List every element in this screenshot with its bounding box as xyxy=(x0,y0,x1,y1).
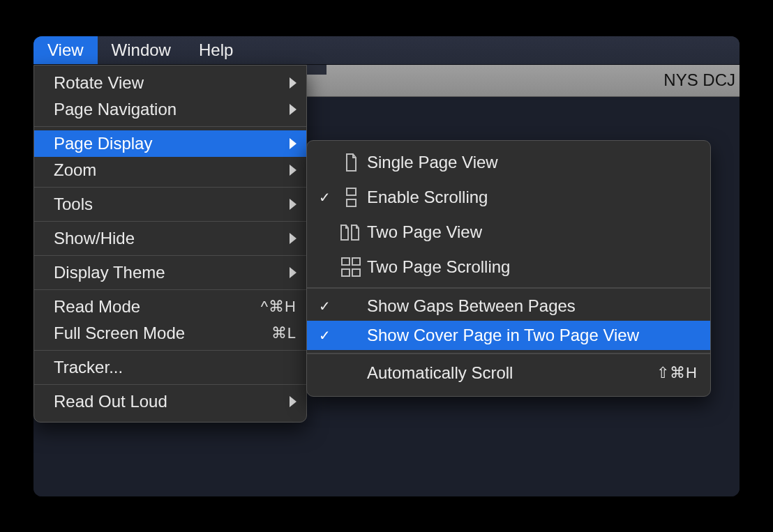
submenu-arrow-icon xyxy=(290,138,297,149)
menu-item-label: Tools xyxy=(54,195,93,214)
submenu-shortcut: ⇧⌘H xyxy=(656,364,698,382)
menu-separator xyxy=(34,126,306,127)
view-menu-panel: Rotate View Page Navigation Page Display… xyxy=(33,65,307,423)
menu-item-tracker[interactable]: Tracker... xyxy=(34,354,306,381)
menu-item-label: Full Screen Mode xyxy=(54,324,185,343)
menu-window[interactable]: Window xyxy=(98,36,185,64)
submenu-item-label: Enable Scrolling xyxy=(367,188,488,207)
menu-separator xyxy=(34,289,306,290)
submenu-item-enable-scrolling[interactable]: ✓ Enable Scrolling xyxy=(307,180,710,215)
menu-item-label: Page Display xyxy=(54,134,152,153)
menu-item-display-theme[interactable]: Display Theme xyxy=(34,259,306,286)
submenu-arrow-icon xyxy=(290,396,297,407)
submenu-item-two-page-view[interactable]: Two Page View xyxy=(307,215,710,250)
menu-item-label: Page Navigation xyxy=(54,100,177,119)
submenu-separator xyxy=(307,287,710,289)
submenu-arrow-icon xyxy=(290,267,297,278)
submenu-item-label: Automatically Scroll xyxy=(367,363,513,383)
submenu-item-label: Two Page View xyxy=(367,222,482,242)
checkmark-icon: ✓ xyxy=(314,327,335,344)
submenu-arrow-icon xyxy=(290,199,297,210)
submenu-arrow-icon xyxy=(290,165,297,176)
submenu-item-auto-scroll[interactable]: Automatically Scroll ⇧⌘H xyxy=(307,357,710,389)
menu-item-label: Tracker... xyxy=(54,358,123,377)
app-window: NYS DCJ View Window Help Rotate View Pag… xyxy=(33,36,740,496)
menu-item-label: Read Mode xyxy=(54,297,140,317)
submenu-arrow-icon xyxy=(290,77,297,89)
submenu-item-single-page-view[interactable]: Single Page View xyxy=(307,145,710,180)
checkmark-icon: ✓ xyxy=(314,189,335,206)
menu-separator xyxy=(34,384,306,385)
menu-item-page-navigation[interactable]: Page Navigation xyxy=(34,96,306,123)
page-display-submenu-panel: Single Page View ✓ Enable Scrolling Two … xyxy=(306,140,711,397)
submenu-arrow-icon xyxy=(290,104,297,115)
menu-item-read-mode[interactable]: Read Mode ^⌘H xyxy=(34,294,306,320)
menu-separator xyxy=(34,187,306,188)
menu-view[interactable]: View xyxy=(33,36,98,64)
two-page-icon xyxy=(335,222,367,243)
menu-item-label: Zoom xyxy=(54,160,96,180)
submenu-item-label: Show Gaps Between Pages xyxy=(367,296,576,316)
submenu-arrow-icon xyxy=(290,233,297,244)
menu-item-show-hide[interactable]: Show/Hide xyxy=(34,225,306,252)
menu-separator xyxy=(34,350,306,351)
menu-item-label: Show/Hide xyxy=(54,229,135,248)
document-titlebar: NYS DCJ xyxy=(306,65,740,97)
menu-item-page-display[interactable]: Page Display xyxy=(34,130,306,157)
submenu-item-show-gaps[interactable]: ✓ Show Gaps Between Pages xyxy=(307,291,710,321)
menu-item-label: Rotate View xyxy=(54,73,144,93)
menu-shortcut: ⌘L xyxy=(271,324,297,342)
submenu-item-label: Two Page Scrolling xyxy=(367,257,510,277)
menu-separator xyxy=(34,255,306,256)
submenu-item-label: Single Page View xyxy=(367,153,498,172)
menu-shortcut: ^⌘H xyxy=(261,298,297,316)
menu-help[interactable]: Help xyxy=(185,36,247,64)
menu-separator xyxy=(34,221,306,222)
submenu-item-label: Show Cover Page in Two Page View xyxy=(367,326,639,345)
menu-item-zoom[interactable]: Zoom xyxy=(34,157,306,183)
menu-item-read-out-loud[interactable]: Read Out Loud xyxy=(34,388,306,415)
menu-item-label: Read Out Loud xyxy=(54,392,167,411)
checkmark-icon: ✓ xyxy=(314,298,335,314)
menu-item-label: Display Theme xyxy=(54,263,165,282)
submenu-separator xyxy=(307,353,710,354)
submenu-item-two-page-scrolling[interactable]: Two Page Scrolling xyxy=(307,250,710,284)
menu-item-tools[interactable]: Tools xyxy=(34,191,306,218)
menubar: View Window Help xyxy=(33,36,740,65)
single-page-icon xyxy=(335,152,367,173)
menu-item-full-screen-mode[interactable]: Full Screen Mode ⌘L xyxy=(34,320,306,347)
document-title: NYS DCJ xyxy=(663,70,735,90)
submenu-item-show-cover[interactable]: ✓ Show Cover Page in Two Page View xyxy=(307,321,710,350)
enable-scrolling-icon xyxy=(335,187,367,208)
menu-item-rotate-view[interactable]: Rotate View xyxy=(34,70,306,96)
two-page-scrolling-icon xyxy=(335,257,367,278)
